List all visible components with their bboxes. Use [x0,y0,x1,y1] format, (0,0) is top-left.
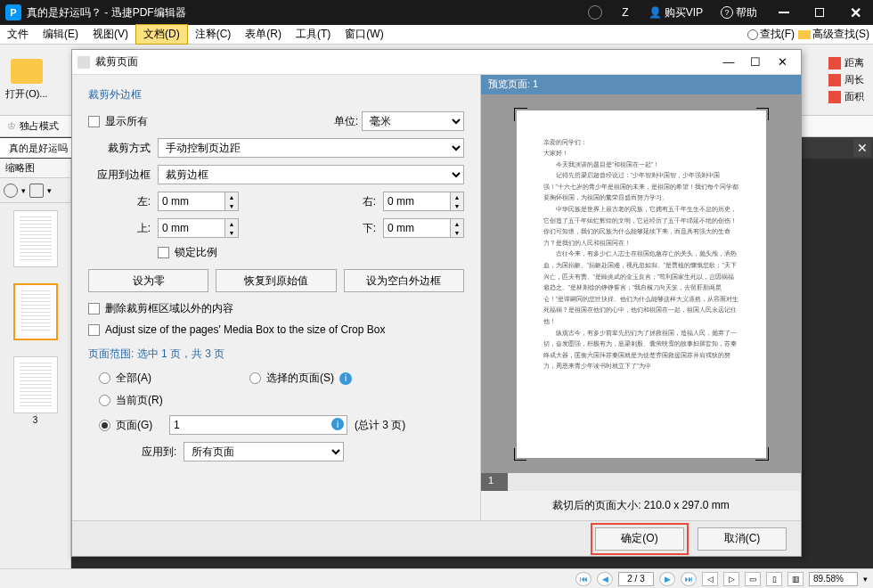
bottom-label: 下: [340,221,376,236]
page-field[interactable] [618,572,654,586]
thumb-1[interactable] [13,210,58,267]
zoom-dropdown[interactable]: ▾ [863,575,868,584]
next-page-button[interactable]: ▶ [659,572,675,586]
minimize-button[interactable] [766,0,802,25]
section-page-range: 页面范围: 选中 1 页，共 3 页 [88,347,464,362]
thumb-2[interactable] [13,283,58,340]
advanced-find-button[interactable]: 高级查找(S) [798,27,869,42]
dialog-minimize[interactable]: — [715,55,742,69]
current-label: 当前页(R) [116,393,163,408]
preview-page: 亲爱的同学们： 大家好！ 今天我演讲的题目是"和祖国在一起"！ 记得先哲梁启超曾… [517,110,766,458]
dialog-title: 裁剪页面 [95,54,138,69]
menu-file[interactable]: 文件 [0,25,36,44]
delete-outside-label: 删除裁剪框区域以外的内容 [105,301,233,316]
statusbar: ⏮ ◀ ▶ ⏭ ◁ ▷ ▭ ▯ ▥ ▾ [0,568,873,588]
nav-back-button[interactable]: ◁ [702,572,718,586]
menu-document[interactable]: 文档(D) [135,24,188,45]
globe-icon[interactable] [588,5,602,20]
top-spinner[interactable]: ▲▼ [158,218,239,238]
menu-comment[interactable]: 注释(C) [188,25,239,44]
right-label: 右: [340,194,376,209]
close-button[interactable]: ✕ [837,0,873,25]
perimeter-tool[interactable]: 周长 [828,73,864,86]
all-radio[interactable] [99,372,110,384]
perimeter-icon [828,74,841,86]
info-icon[interactable]: i [331,418,344,430]
menubar: 文件 编辑(E) 视图(V) 文档(D) 注释(C) 表单(R) 工具(T) 窗… [0,25,873,45]
view-mode-1[interactable]: ▭ [745,572,761,586]
area-tool[interactable]: 面积 [828,90,864,103]
chevron-down-icon[interactable]: ▾ [47,186,52,195]
distance-tool[interactable]: 距离 [828,56,864,69]
view-mode-3[interactable]: ▥ [787,572,804,586]
right-spinner[interactable]: ▲▼ [383,192,464,211]
all-label: 全部(A) [116,371,249,386]
maximize-button[interactable] [802,0,837,25]
menu-tools[interactable]: 工具(T) [289,25,338,44]
preview-page-num: 1 [481,473,508,491]
info-icon[interactable]: i [339,372,352,385]
dialog-titlebar: 裁剪页面 — ☐ ✕ [72,50,801,75]
menu-form[interactable]: 表单(R) [238,25,289,44]
crop-dialog: 裁剪页面 — ☐ ✕ 裁剪外边框 显示所有 单位: 毫米 裁剪方式 手动控制页边… [71,49,802,557]
menu-window[interactable]: 窗口(W) [338,25,390,44]
crop-method-select[interactable]: 手动控制页边距 [158,138,464,158]
restore-button[interactable]: 恢复到原始值 [216,269,336,292]
help-button[interactable]: ?帮助 [721,5,757,20]
view-mode-2[interactable]: ▯ [766,572,782,586]
set-zero-button[interactable]: 设为零 [88,269,208,292]
current-radio[interactable] [99,395,110,406]
search-icon [747,29,758,40]
unit-label: 单位: [334,114,358,129]
menu-view[interactable]: 视图(V) [86,25,135,44]
apply-to-select[interactable]: 所有页面 [184,442,344,461]
crop-method-label: 裁剪方式 [88,141,151,156]
unit-select[interactable]: 毫米 [362,111,464,131]
chevron-down-icon[interactable]: ▾ [21,186,26,195]
dialog-close[interactable]: ✕ [769,55,795,69]
menu-edit[interactable]: 编辑(E) [36,25,86,44]
find-button[interactable]: 查找(F) [747,27,795,42]
prev-page-button[interactable]: ◀ [597,572,613,586]
nav-fwd-button[interactable]: ▷ [723,572,739,586]
exclusive-mode[interactable]: 独占模式 [20,119,59,133]
distance-icon [828,57,841,69]
thumb-3[interactable] [13,356,58,413]
delete-outside-checkbox[interactable] [88,303,100,314]
open-button[interactable]: 打开(O)... [0,45,53,115]
user-label[interactable]: Z [622,6,628,19]
gear-icon-2[interactable] [29,184,44,198]
last-page-button[interactable]: ⏭ [681,572,697,586]
selected-radio[interactable] [249,372,261,384]
folder-icon [798,30,811,39]
page-radio[interactable] [99,420,110,431]
apply-border-select[interactable]: 裁剪边框 [158,165,464,184]
sidepanel-toolbar: ▾ ▾ [0,178,70,203]
top-label: 上: [88,221,151,236]
question-icon: ? [721,6,733,19]
dialog-maximize[interactable]: ☐ [742,55,769,69]
area-icon [828,91,841,103]
lock-ratio-checkbox[interactable] [158,247,169,258]
window-title: 真的是好运吗？ - 迅捷PDF编辑器 [27,5,186,20]
bottom-spinner[interactable]: ▲▼ [383,218,464,238]
left-spinner[interactable]: ▲▼ [158,192,239,211]
document-tab[interactable]: 真的是好运吗 [0,138,78,158]
adjust-media-checkbox[interactable] [88,324,100,336]
buy-vip-button[interactable]: 👤购买VIP [649,5,703,20]
close-panel-button[interactable]: ✕ [853,139,871,157]
gear-icon[interactable] [4,184,18,198]
section-crop-margin: 裁剪外边框 [88,87,464,102]
set-blank-button[interactable]: 设为空白外边框 [344,269,464,292]
show-all-label: 显示所有 [105,114,148,129]
cancel-button[interactable]: 取消(C) [698,527,787,551]
apply-to-label: 应用到: [142,445,176,460]
selected-label: 选择的页面(S) [266,371,334,386]
zoom-field[interactable] [809,572,858,586]
ok-button[interactable]: 确定(O) [595,527,684,551]
first-page-button[interactable]: ⏮ [575,572,592,586]
lock-ratio-label: 锁定比例 [175,245,217,260]
show-all-checkbox[interactable] [88,116,100,127]
folder-icon [11,59,43,84]
page-input[interactable] [169,415,347,435]
